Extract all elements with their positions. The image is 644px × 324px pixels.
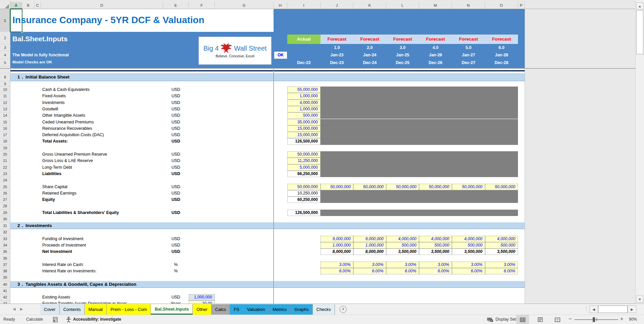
column-header-B[interactable]: B	[22, 2, 35, 9]
cell-L25[interactable]: 50,000,000	[386, 184, 419, 190]
status-ready[interactable]: Ready	[3, 317, 15, 322]
cell-J38[interactable]: 6.00%	[320, 268, 353, 274]
column-header-H[interactable]: H	[274, 2, 287, 9]
section-header-2[interactable]: 2.Investments	[10, 222, 525, 229]
cell-O33[interactable]: 4,000,000	[485, 236, 518, 242]
row-header-41[interactable]: 41	[0, 288, 10, 294]
sheet-tab-Bal.Sheet.Inputs[interactable]: Bal.Sheet.Inputs	[151, 304, 193, 315]
forecast-column-header-1[interactable]: Forecast	[320, 35, 353, 44]
cell-F42[interactable]: 1,000,000	[189, 294, 215, 301]
cell-K37[interactable]: 3.00%	[353, 262, 386, 268]
section-header-3[interactable]: 3.Tangibles Assets & Goodwill, Capex & D…	[10, 281, 525, 288]
row-header-24[interactable]: 24	[0, 177, 10, 183]
selection-fill-handle[interactable]	[21, 31, 23, 33]
row-header-18[interactable]: 18	[0, 138, 10, 145]
cell-M34[interactable]: 500,000	[419, 242, 452, 249]
period-number-1[interactable]: 1.0	[320, 44, 353, 51]
cell-L33[interactable]: 4,000,000	[386, 236, 419, 242]
cell-L34[interactable]: 500,000	[386, 242, 419, 249]
cell-L35[interactable]: 3,500,000	[386, 249, 419, 255]
column-header-A[interactable]: A	[10, 2, 22, 9]
forecast-column-header-5[interactable]: Forecast	[452, 35, 485, 44]
row-header-28[interactable]: 28	[0, 203, 10, 209]
row-header-23[interactable]: 23	[0, 171, 10, 177]
period-start-4[interactable]: Jan-26	[419, 51, 452, 59]
cell-K34[interactable]: 1,000,000	[353, 242, 386, 249]
column-header-P[interactable]: P	[518, 2, 525, 9]
row-header-13[interactable]: 13	[0, 106, 10, 112]
cell-M37[interactable]: 3.00%	[419, 262, 452, 268]
row-header-32[interactable]: 32	[0, 229, 10, 235]
row-header-4[interactable]: 4	[0, 51, 10, 59]
tab-nav-left-icon[interactable]: ◀	[13, 307, 15, 311]
sheet-tab-Metrics[interactable]: Metrics	[269, 304, 291, 315]
cell-O37[interactable]: 3.00%	[485, 262, 518, 268]
period-end-2[interactable]: Dec-24	[353, 59, 386, 66]
column-header-J[interactable]: J	[320, 2, 353, 9]
period-start-5[interactable]: Jan-27	[452, 51, 485, 59]
row-header-26[interactable]: 26	[0, 190, 10, 197]
sheet-tab-Manual[interactable]: Manual	[85, 304, 107, 315]
row-header-37[interactable]: 37	[0, 262, 10, 268]
display-settings-icon[interactable]	[487, 317, 493, 322]
period-end-3[interactable]: Dec-25	[386, 59, 419, 66]
cell-N25[interactable]: 50,000,000	[452, 184, 485, 190]
cell-I10[interactable]: 55,000,000	[287, 87, 320, 93]
view-normal-button[interactable]	[516, 315, 529, 324]
period-number-2[interactable]: 2.0	[353, 44, 386, 51]
cell-N34[interactable]: 500,000	[452, 242, 485, 249]
cell-I11[interactable]: 1,000,000	[287, 93, 320, 99]
cell-J33[interactable]: 9,000,000	[320, 236, 353, 242]
column-header-N[interactable]: N	[452, 2, 485, 9]
tab-splitter-dots[interactable]: ⋮	[584, 306, 588, 311]
accessibility-icon[interactable]	[66, 317, 71, 323]
row-header-11[interactable]: 11	[0, 93, 10, 99]
cell-I21[interactable]: 11,250,000	[287, 158, 320, 164]
row-header-1[interactable]: 1	[0, 9, 10, 32]
cell-O35[interactable]: 3,500,000	[485, 249, 518, 255]
sheet-tab-Valuation[interactable]: Valuation	[243, 304, 269, 315]
column-header-G[interactable]: G	[215, 2, 274, 9]
sheet-tab-Graphs[interactable]: Graphs	[291, 304, 313, 315]
period-end-1[interactable]: Dec-23	[320, 59, 353, 66]
scroll-right-icon[interactable]: ▶	[628, 306, 636, 313]
period-start-6[interactable]: Jan-28	[485, 51, 518, 59]
period-start-3[interactable]: Jan-25	[386, 51, 419, 59]
row-header-21[interactable]: 21	[0, 158, 10, 164]
cell-L37[interactable]: 3.00%	[386, 262, 419, 268]
cell-O34[interactable]: 500,000	[485, 242, 518, 249]
row-header-20[interactable]: 20	[0, 151, 10, 158]
period-number-6[interactable]: 6.0	[485, 44, 518, 51]
sheet-tab-FS[interactable]: FS	[230, 304, 243, 315]
cell-I18[interactable]: 126,500,000	[287, 138, 320, 145]
column-header-M[interactable]: M	[419, 2, 452, 9]
cell-K35[interactable]: 8,000,000	[353, 249, 386, 255]
row-header-9[interactable]: 9	[0, 81, 10, 87]
cell-J37[interactable]: 3.00%	[320, 262, 353, 268]
row-header-38[interactable]: 38	[0, 268, 10, 274]
row-header-29[interactable]: 29	[0, 210, 10, 216]
actual-column-header[interactable]: Actual	[287, 35, 320, 44]
cell-K25[interactable]: 50,000,000	[353, 184, 386, 190]
vertical-scrollbar-thumb[interactable]	[636, 10, 643, 54]
cell-I22[interactable]: 5,000,000	[287, 164, 320, 171]
cell-N38[interactable]: 6.00%	[452, 268, 485, 274]
cell-I13[interactable]: 1,000,000	[287, 106, 320, 112]
zoom-level[interactable]: 90%	[629, 317, 637, 322]
cell-I20[interactable]: 50,000,000	[287, 151, 320, 158]
row-header-3[interactable]: 3	[0, 44, 10, 51]
row-header-10[interactable]: 10	[0, 87, 10, 93]
row-header-30[interactable]: 30	[0, 216, 10, 222]
cell-O38[interactable]: 6.00%	[485, 268, 518, 274]
zoom-slider-thumb[interactable]	[593, 317, 595, 322]
row-header-31[interactable]: 31	[0, 222, 10, 229]
column-header-F[interactable]: F	[189, 2, 215, 9]
row-header-hidden-6-7[interactable]	[0, 66, 10, 73]
cell-I12[interactable]: 4,000,000	[287, 100, 320, 106]
forecast-column-header-6[interactable]: Forecast	[485, 35, 518, 44]
row-header-19[interactable]: 19	[0, 145, 10, 151]
cell-I27[interactable]: 60,250,000	[287, 197, 320, 203]
sheet-tab-Cover[interactable]: Cover	[40, 304, 60, 315]
row-header-12[interactable]: 12	[0, 100, 10, 106]
cell-N35[interactable]: 3,500,000	[452, 249, 485, 255]
